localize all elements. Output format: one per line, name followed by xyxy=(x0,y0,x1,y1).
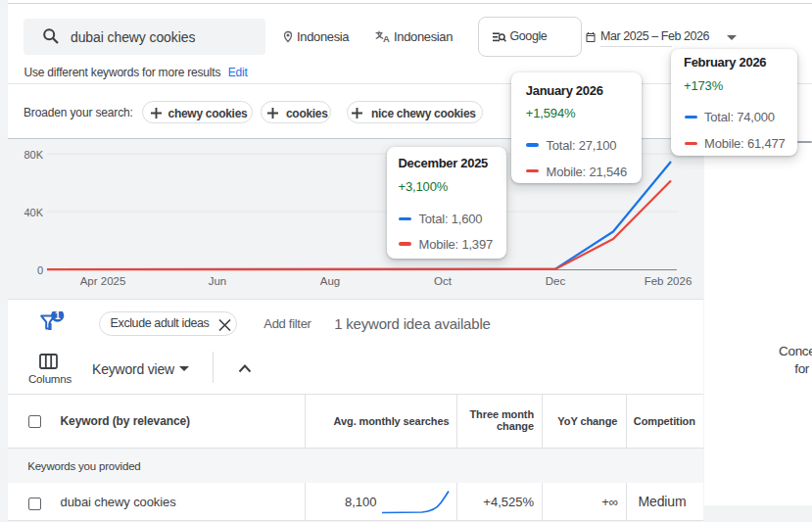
svg-text:A: A xyxy=(383,34,390,42)
